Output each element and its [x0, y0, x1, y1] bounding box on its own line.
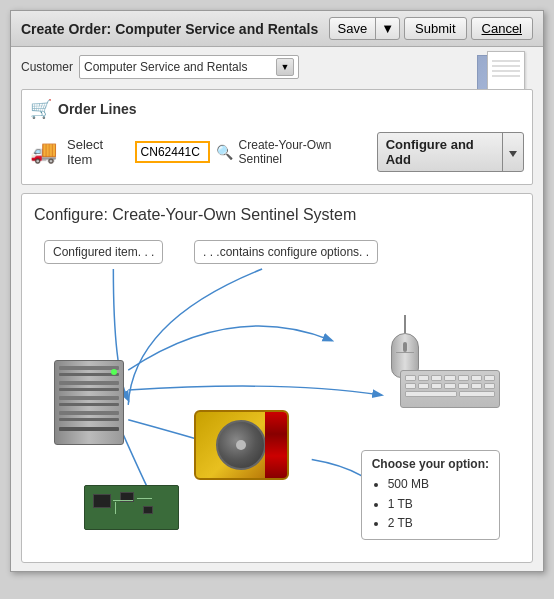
order-lines-title: Order Lines [58, 101, 137, 117]
customer-value: Computer Service and Rentals [84, 60, 276, 74]
server-slot-7 [59, 411, 119, 415]
key [471, 375, 482, 381]
server-slot-9 [59, 427, 119, 431]
save-dropdown-arrow[interactable]: ▼ [376, 18, 399, 39]
select-item-label: Select Item [67, 137, 129, 167]
key [444, 375, 455, 381]
keyboard-image [400, 370, 500, 410]
hdd-body [194, 410, 289, 480]
save-button-label[interactable]: Save [330, 18, 377, 39]
key [459, 391, 495, 397]
key [431, 375, 442, 381]
configured-item-text: Configured item. . . [53, 245, 154, 259]
key [471, 383, 482, 389]
key-row-2 [405, 383, 495, 389]
option-box-title: Choose your option: [372, 457, 489, 471]
page-content: Customer Computer Service and Rentals ▼ [11, 47, 543, 571]
configure-add-label[interactable]: Configure and Add [378, 133, 503, 171]
option-box: Choose your option: 500 MB 1 TB 2 TB [361, 450, 500, 540]
truck-icon: 🚚 [30, 139, 57, 165]
customer-dropdown-arrow[interactable]: ▼ [276, 58, 294, 76]
configured-item-callout: Configured item. . . [44, 240, 163, 264]
circuit-board-image [84, 485, 184, 535]
cart-icon: 🛒 [30, 98, 52, 120]
customer-select[interactable]: Computer Service and Rentals ▼ [79, 55, 299, 79]
circuit-line-2 [115, 502, 116, 514]
server-slot-2 [59, 373, 119, 376]
server-image [54, 360, 129, 450]
search-icon[interactable]: 🔍 [216, 144, 233, 160]
key [405, 375, 416, 381]
mouse-tail [404, 315, 406, 333]
server-slot-8 [59, 418, 119, 421]
order-lines-header: 🛒 Order Lines [30, 98, 524, 120]
configure-title: Configure: Create-Your-Own Sentinel Syst… [34, 206, 520, 224]
customer-row: Customer Computer Service and Rentals ▼ [21, 55, 533, 79]
circuit-notch [84, 494, 85, 497]
circuit-notch [84, 518, 85, 521]
mouse-scroll [403, 342, 407, 352]
circuit-notch [84, 510, 85, 513]
keyboard-body [400, 370, 500, 408]
key [458, 383, 469, 389]
configure-add-arrow[interactable] [503, 141, 523, 164]
arrow-down-icon [509, 151, 517, 157]
key-row-1 [405, 375, 495, 381]
server-slot-4 [59, 388, 119, 391]
cancel-button[interactable]: Cancel [471, 17, 533, 40]
key [431, 383, 442, 389]
option-list: 500 MB 1 TB 2 TB [372, 475, 489, 533]
order-lines-body: 🚚 Select Item 🔍 Create-Your-Own Sentinel… [30, 128, 524, 176]
server-body [54, 360, 124, 445]
key [405, 383, 416, 389]
server-slot-6 [59, 403, 119, 406]
key [418, 383, 429, 389]
order-lines-section: 🛒 Order Lines 🚚 Select Item 🔍 Create-You… [21, 89, 533, 185]
hdd-center [236, 440, 246, 450]
item-code-input[interactable] [135, 141, 210, 163]
option-item-2: 1 TB [388, 495, 489, 514]
configure-panel: Configure: Create-Your-Own Sentinel Syst… [21, 193, 533, 563]
circuit-chip-3 [143, 506, 153, 514]
key [444, 383, 455, 389]
toolbar-buttons: Save ▼ Submit Cancel [329, 17, 533, 40]
contains-options-callout: . . .contains configure options. . [194, 240, 378, 264]
server-slot-1 [59, 366, 119, 370]
title-bar: Create Order: Computer Service and Renta… [11, 11, 543, 47]
circuit-body [84, 485, 179, 530]
key [484, 375, 495, 381]
save-button-group[interactable]: Save ▼ [329, 17, 401, 40]
configure-and-add-button[interactable]: Configure and Add [377, 132, 524, 172]
main-window: Create Order: Computer Service and Renta… [10, 10, 544, 572]
key-row-3 [405, 391, 495, 397]
hdd-side [265, 412, 287, 478]
key-spacebar [405, 391, 457, 397]
hdd-platter [216, 420, 266, 470]
mouse-line [396, 352, 414, 353]
item-name: Create-Your-Own Sentinel [239, 138, 371, 166]
circuit-chip-1 [93, 494, 111, 508]
option-item-3: 2 TB [388, 514, 489, 533]
page-title: Create Order: Computer Service and Renta… [21, 21, 318, 37]
submit-button[interactable]: Submit [404, 17, 466, 40]
option-item-1: 500 MB [388, 475, 489, 494]
harddisk-image [194, 410, 294, 485]
mouse-image [380, 315, 430, 350]
server-slot-3 [59, 381, 119, 385]
diagram-area: Configured item. . . . . .contains confi… [34, 240, 520, 550]
key [418, 375, 429, 381]
circuit-line-3 [137, 498, 152, 499]
key [458, 375, 469, 381]
server-led [111, 369, 117, 375]
circuit-notch [84, 502, 85, 505]
customer-label: Customer [21, 60, 73, 74]
key [484, 383, 495, 389]
contains-options-text: . . .contains configure options. . [203, 245, 369, 259]
circuit-line-1 [113, 500, 133, 501]
server-slot-5 [59, 396, 119, 400]
